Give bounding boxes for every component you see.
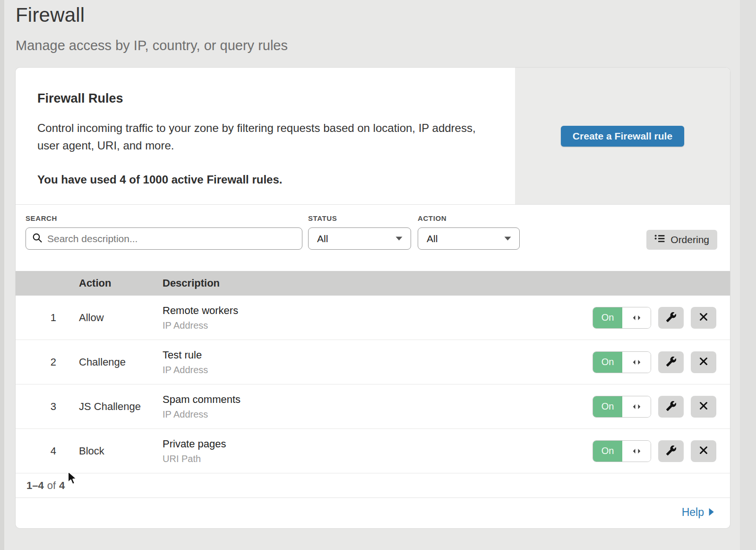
delete-rule-button[interactable]	[691, 307, 716, 329]
toggle-arrows-icon[interactable]	[622, 307, 651, 328]
search-icon	[32, 233, 47, 245]
toggle-arrows-icon[interactable]	[622, 396, 651, 417]
rule-action: JS Challenge	[79, 401, 163, 413]
rule-description: Private pages	[163, 438, 593, 450]
close-icon	[699, 312, 708, 323]
ordering-button[interactable]: Ordering	[646, 230, 717, 250]
rule-enabled-toggle[interactable]: On	[593, 351, 651, 373]
rule-priority: 1	[16, 312, 56, 324]
search-input[interactable]	[47, 233, 296, 244]
help-link[interactable]: Help	[682, 506, 714, 519]
edit-rule-button[interactable]	[658, 351, 684, 373]
toggle-arrows-icon[interactable]	[622, 441, 651, 462]
table-row: 1 Allow Remote workers IP Address On	[16, 296, 730, 340]
description-column-header: Description	[163, 277, 730, 289]
create-firewall-rule-button[interactable]: Create a Firewall rule	[561, 126, 684, 147]
rule-controls: On	[593, 351, 730, 373]
delete-rule-button[interactable]	[691, 396, 716, 418]
rule-match-type: URI Path	[163, 454, 593, 464]
rule-priority: 4	[16, 445, 56, 457]
pagination: 1–4 of 4	[16, 473, 730, 498]
help-row: Help	[16, 498, 730, 527]
rule-controls: On	[593, 440, 730, 462]
search-input-wrap[interactable]	[26, 227, 302, 250]
table-header-row: Action Description	[16, 271, 730, 296]
toggle-on-label[interactable]: On	[593, 396, 622, 417]
table-row: 4 Block Private pages URI Path On	[16, 429, 730, 473]
window-right-edge	[740, 0, 756, 550]
rule-controls: On	[593, 307, 730, 329]
action-label: ACTION	[418, 214, 520, 222]
section-description: Control incoming traffic to your zone by…	[37, 119, 491, 154]
edit-rule-button[interactable]	[658, 307, 684, 329]
card-header-side-panel: Create a Firewall rule	[515, 68, 730, 204]
page-header: Firewall Manage access by IP, country, o…	[16, 4, 288, 53]
section-title: Firewall Rules	[37, 91, 491, 106]
wrench-icon	[666, 356, 677, 368]
delete-rule-button[interactable]	[691, 440, 716, 462]
chevron-down-icon	[504, 235, 512, 243]
rule-enabled-toggle[interactable]: On	[593, 396, 651, 418]
rule-action: Block	[79, 445, 163, 457]
status-select[interactable]: All	[308, 227, 411, 250]
wrench-icon	[666, 445, 677, 457]
action-selected-value: All	[427, 233, 438, 244]
card-header-text: Firewall Rules Control incoming traffic …	[16, 68, 515, 204]
page-subtitle: Manage access by IP, country, or query r…	[16, 38, 288, 53]
close-icon	[699, 445, 708, 456]
rule-priority: 3	[16, 401, 56, 413]
rule-action: Allow	[79, 312, 163, 324]
pagination-range: 1–4	[26, 480, 44, 492]
ordering-button-label: Ordering	[670, 234, 709, 245]
action-filter: ACTION All	[418, 214, 520, 271]
usage-summary: You have used 4 of 1000 active Firewall …	[37, 173, 491, 186]
edit-rule-button[interactable]	[658, 396, 684, 418]
toggle-on-label[interactable]: On	[593, 352, 622, 373]
firewall-rules-card: Firewall Rules Control incoming traffic …	[16, 68, 730, 528]
close-icon	[699, 357, 708, 367]
search-filter: SEARCH	[26, 214, 302, 271]
toggle-arrows-icon[interactable]	[622, 352, 651, 373]
edit-rule-button[interactable]	[658, 440, 684, 462]
status-filter: STATUS All	[308, 214, 411, 271]
rule-controls: On	[593, 396, 730, 418]
rule-match-type: IP Address	[163, 320, 593, 331]
search-label: SEARCH	[26, 214, 302, 222]
ordered-list-icon	[654, 234, 665, 245]
status-label: STATUS	[308, 214, 411, 222]
caret-right-icon	[708, 506, 714, 519]
delete-rule-button[interactable]	[691, 351, 716, 373]
rule-match-type: IP Address	[163, 409, 593, 420]
rule-action: Challenge	[79, 356, 163, 368]
wrench-icon	[666, 312, 677, 324]
filters-bar: SEARCH STATUS All ACTION A	[16, 205, 730, 271]
rule-priority: 2	[16, 356, 56, 368]
table-row: 2 Challenge Test rule IP Address On	[16, 340, 730, 384]
help-link-label: Help	[682, 506, 704, 519]
window-left-edge	[0, 0, 4, 550]
rule-enabled-toggle[interactable]: On	[593, 307, 651, 329]
toggle-on-label[interactable]: On	[593, 307, 622, 328]
rule-description: Spam comments	[163, 393, 593, 406]
page-title: Firewall	[16, 4, 288, 26]
pagination-of: of	[47, 480, 56, 492]
status-selected-value: All	[317, 233, 328, 244]
rule-description: Remote workers	[163, 305, 593, 317]
pagination-total: 4	[59, 480, 65, 492]
toggle-on-label[interactable]: On	[593, 441, 622, 462]
rule-description: Test rule	[163, 349, 593, 361]
table-row: 3 JS Challenge Spam comments IP Address …	[16, 384, 730, 429]
action-select[interactable]: All	[418, 227, 520, 250]
close-icon	[699, 401, 708, 412]
chevron-down-icon	[395, 235, 403, 243]
rule-match-type: IP Address	[163, 365, 593, 375]
action-column-header: Action	[79, 277, 163, 289]
card-header-section: Firewall Rules Control incoming traffic …	[16, 68, 730, 205]
wrench-icon	[666, 401, 677, 413]
rule-enabled-toggle[interactable]: On	[593, 440, 651, 462]
